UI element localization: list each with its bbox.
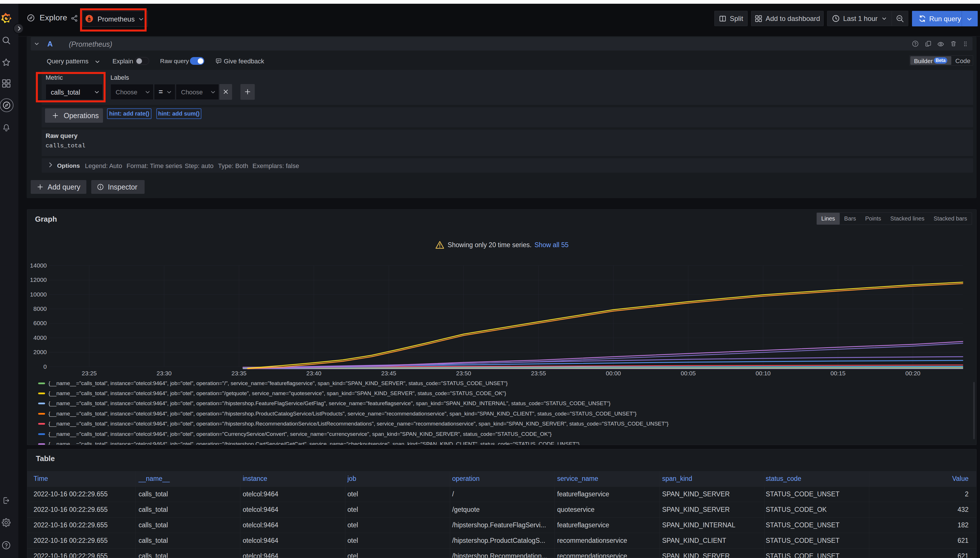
svg-text:0: 0: [43, 363, 47, 370]
svg-text:23:25: 23:25: [82, 370, 97, 376]
svg-text:4000: 4000: [33, 334, 47, 341]
svg-text:00:00: 00:00: [606, 370, 621, 376]
svg-text:14000: 14000: [30, 262, 47, 269]
svg-text:10000: 10000: [30, 291, 47, 298]
svg-text:23:40: 23:40: [306, 370, 322, 376]
svg-text:23:30: 23:30: [157, 370, 172, 376]
svg-text:12000: 12000: [30, 276, 47, 283]
svg-text:00:05: 00:05: [681, 370, 696, 376]
svg-text:6000: 6000: [33, 320, 47, 326]
svg-text:23:50: 23:50: [456, 370, 471, 376]
svg-text:23:35: 23:35: [232, 370, 247, 376]
svg-text:00:20: 00:20: [905, 370, 921, 376]
svg-text:23:45: 23:45: [381, 370, 396, 376]
svg-text:00:15: 00:15: [830, 370, 846, 376]
svg-text:8000: 8000: [33, 305, 47, 312]
svg-text:00:10: 00:10: [756, 370, 771, 376]
svg-text:2000: 2000: [33, 349, 47, 355]
svg-text:23:55: 23:55: [531, 370, 546, 376]
